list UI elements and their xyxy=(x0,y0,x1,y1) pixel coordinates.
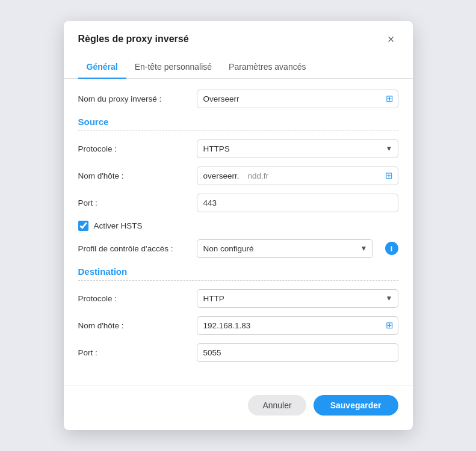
access-profile-select[interactable]: Non configuré xyxy=(197,239,373,258)
source-hostname-label: Nom d'hôte : xyxy=(78,171,190,180)
access-profile-select-wrapper: Non configuré ▼ xyxy=(197,239,373,258)
source-port-label: Port : xyxy=(78,198,190,207)
save-button[interactable]: Sauvegarder xyxy=(314,395,398,416)
access-profile-label: Profil de contrôle d'accès : xyxy=(78,244,190,253)
source-hostname-row: Nom d'hôte : ndd.fr ⊞ xyxy=(78,167,398,185)
source-protocol-row: Protocole : HTTP HTTPS ▼ xyxy=(78,140,398,158)
tabs-bar: Général En-tête personnalisé Paramètres … xyxy=(64,51,413,79)
source-hostname-input[interactable] xyxy=(197,167,246,185)
source-port-input[interactable] xyxy=(197,194,398,212)
proxy-name-input[interactable] xyxy=(197,90,398,108)
access-profile-row: Profil de contrôle d'accès : Non configu… xyxy=(78,239,398,258)
dialog-title: Règles de proxy inversé xyxy=(78,34,189,44)
source-hostname-icon[interactable]: ⊞ xyxy=(380,170,398,181)
destination-divider xyxy=(78,280,398,281)
source-section-title: Source xyxy=(78,117,398,127)
dialog-header: Règles de proxy inversé × xyxy=(64,21,413,46)
cancel-button[interactable]: Annuler xyxy=(248,395,306,416)
destination-section-title: Destination xyxy=(78,266,398,277)
source-hostname-wrapper: ndd.fr ⊞ xyxy=(197,167,398,185)
access-profile-info-icon[interactable]: i xyxy=(385,242,398,255)
dest-hostname-input[interactable] xyxy=(197,316,398,335)
dest-protocol-row: Protocole : HTTP HTTPS ▼ xyxy=(78,289,398,308)
dest-port-row: Port : xyxy=(78,343,398,362)
dest-hostname-row: Nom d'hôte : ⊞ xyxy=(78,316,398,335)
source-protocol-label: Protocole : xyxy=(78,144,190,153)
source-protocol-select[interactable]: HTTP HTTPS xyxy=(197,140,398,158)
source-divider xyxy=(78,130,398,131)
hsts-label: Activer HSTS xyxy=(94,221,143,230)
hsts-checkbox[interactable] xyxy=(78,221,88,231)
tab-general[interactable]: Général xyxy=(78,58,126,79)
tab-custom-header[interactable]: En-tête personnalisé xyxy=(126,58,220,79)
source-port-row: Port : xyxy=(78,194,398,212)
dest-protocol-select-wrapper: HTTP HTTPS ▼ xyxy=(197,289,398,308)
dialog: Règles de proxy inversé × Général En-têt… xyxy=(64,21,413,430)
dest-hostname-input-wrapper: ⊞ xyxy=(197,316,398,335)
tab-advanced[interactable]: Paramètres avancés xyxy=(220,58,314,79)
proxy-name-input-wrapper: ⊞ xyxy=(197,90,398,108)
dest-protocol-label: Protocole : xyxy=(78,294,190,303)
dest-port-input[interactable] xyxy=(197,343,398,362)
proxy-name-row: Nom du proxy inversé : ⊞ xyxy=(78,90,398,108)
dialog-footer: Annuler Sauvegarder xyxy=(64,385,413,428)
dialog-body: Nom du proxy inversé : ⊞ Source Protocol… xyxy=(64,79,413,380)
dest-protocol-select[interactable]: HTTP HTTPS xyxy=(197,289,398,308)
dest-hostname-label: Nom d'hôte : xyxy=(78,321,190,330)
proxy-name-label: Nom du proxy inversé : xyxy=(78,94,190,103)
dest-port-label: Port : xyxy=(78,348,190,357)
close-button[interactable]: × xyxy=(384,32,398,46)
source-protocol-select-wrapper: HTTP HTTPS ▼ xyxy=(197,140,398,158)
hsts-row: Activer HSTS xyxy=(78,221,398,231)
source-hostname-domain: ndd.fr xyxy=(246,167,380,185)
